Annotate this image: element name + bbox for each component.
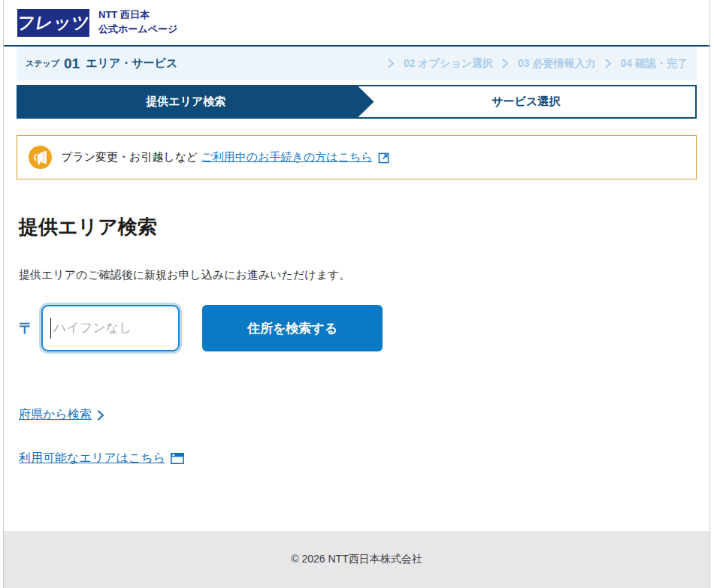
upcoming-step-label: 04 確認・完了 (621, 57, 688, 71)
tab-area-search-label: 提供エリア検索 (146, 95, 225, 109)
site-name-line2: 公式ホームページ (98, 23, 177, 37)
flets-logo-text: フレッツ (15, 11, 92, 35)
postal-code-input[interactable] (41, 305, 180, 351)
prefecture-search-link[interactable]: 府県から検索 (19, 407, 92, 423)
available-area-link[interactable]: 利用可能なエリアはこちら (19, 451, 165, 466)
chevron-right-icon (388, 59, 395, 68)
page-container: フレッツ NTT 西日本 公式ホームページ ステップ 01 エリア・サービス 0… (3, 0, 710, 588)
notice-text: プラン変更・お引越しなど (61, 150, 198, 164)
subtab-bar: 提供エリア検索 サービス選択 (17, 85, 697, 119)
flets-logo[interactable]: フレッツ (17, 9, 89, 37)
notice-text-wrap: プラン変更・お引越しなど ご利用中のお手続きの方はこちら (61, 150, 390, 164)
footer: © 2026 NTT西日本株式会社 (4, 531, 709, 588)
text-caret (50, 318, 51, 339)
notice-banner: プラン変更・お引越しなど ご利用中のお手続きの方はこちら (17, 135, 697, 179)
upcoming-steps: 02 オプション選択 03 必要情報入力 04 確認・完了 (388, 57, 688, 71)
copyright-text: © 2026 NTT西日本株式会社 (291, 553, 422, 566)
site-name: NTT 西日本 公式ホームページ (98, 8, 177, 37)
new-window-icon (171, 453, 184, 464)
current-user-procedure-link[interactable]: ご利用中のお手続きの方はこちら (201, 150, 372, 164)
upcoming-step-label: 02 オプション選択 (404, 57, 493, 71)
address-search-button[interactable]: 住所を検索する (202, 305, 383, 351)
page-description: 提供エリアのご確認後に新規お申し込みにお進みいただけます。 (19, 268, 694, 282)
chevron-right-icon (605, 59, 612, 68)
external-link-icon (378, 152, 390, 164)
tab-area-search[interactable]: 提供エリア検索 (17, 85, 355, 119)
tab-service-select[interactable]: サービス選択 (355, 85, 697, 119)
tab-service-select-label: サービス選択 (492, 95, 560, 109)
prefecture-search-row: 府県から検索 (19, 407, 694, 423)
postal-search-form: 〒 住所を検索する (19, 305, 694, 351)
page-title: 提供エリア検索 (19, 214, 694, 240)
site-name-line1: NTT 西日本 (98, 8, 177, 23)
postal-mark: 〒 (19, 318, 34, 339)
current-step-number: 01 (64, 56, 80, 72)
megaphone-icon (29, 146, 52, 169)
upcoming-step-label: 03 必要情報入力 (518, 57, 595, 71)
main-content: 提供エリア検索 提供エリアのご確認後に新規お申し込みにお進みいただけます。 〒 … (4, 179, 709, 466)
step-label: ステップ (26, 58, 59, 69)
postal-input-wrap (41, 305, 180, 351)
step-indicator-bar: ステップ 01 エリア・サービス 02 オプション選択 03 必要情報入力 04… (17, 47, 697, 80)
current-step-name: エリア・サービス (86, 56, 177, 71)
chevron-right-icon (97, 410, 104, 421)
site-header: フレッツ NTT 西日本 公式ホームページ (4, 0, 709, 47)
available-area-row: 利用可能なエリアはこちら (19, 451, 694, 466)
chevron-right-icon (502, 59, 509, 68)
